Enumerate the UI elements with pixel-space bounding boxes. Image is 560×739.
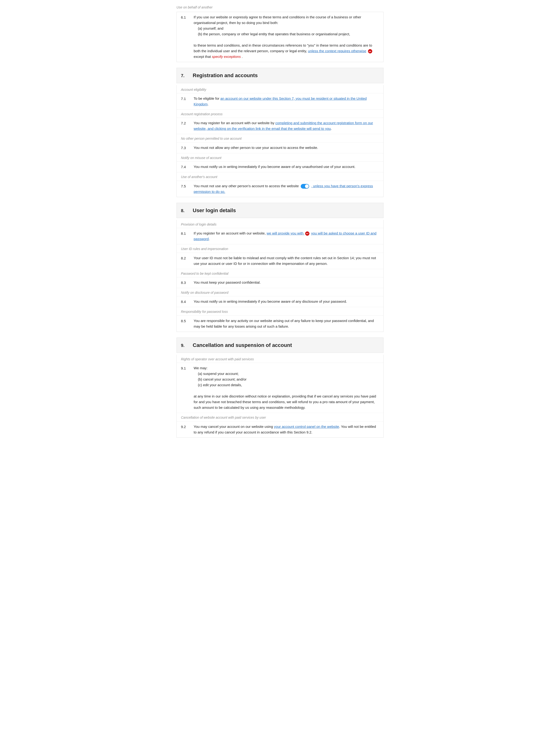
clause-9-1-item-c: (c) edit your account details,	[194, 382, 379, 388]
clause-8-1-period: .	[209, 237, 209, 241]
clause-7-3-row: 7.3 You must not allow any other person …	[177, 143, 383, 153]
clause-9-2-pre: You may cancel your account on our websi…	[194, 425, 274, 429]
clause-7-2-text: You may register for an account with our…	[194, 120, 379, 132]
clause-6-1-content: If you use our website or expressly agre…	[194, 14, 379, 59]
clause-7-5-text: You must not use any other person's acco…	[194, 183, 379, 194]
clause-9-1-intro: We may:	[194, 365, 379, 371]
clause-8-4-row: 8.4 You must notify us in writing immedi…	[177, 296, 383, 307]
clause-6-container: 6.1 If you use our website or expressly …	[176, 12, 384, 62]
clause-7-2-number: 7.2	[181, 120, 189, 132]
clause-8-3-row: 8.3 You must keep your password confiden…	[177, 277, 383, 288]
sub-heading-9-1: Rights of operator over account with pai…	[177, 355, 383, 363]
clause-7-1-pre: To be eligible for	[194, 97, 220, 101]
clause-6-1-item-b: (b) the person, company or other legal e…	[194, 31, 379, 37]
sub-heading-7-4: Notify on misuse of account	[177, 153, 383, 162]
clause-8-2-row: 8.2 Your user ID must not be liable to m…	[177, 253, 383, 269]
clause-7-2-end: .	[331, 127, 332, 131]
clause-9-2-row: 9.2 You may cancel your account on our w…	[177, 422, 383, 437]
clause-8-5-row: 8.5 You are responsible for any activity…	[177, 316, 383, 332]
clause-8-5-number: 8.5	[181, 318, 189, 329]
sub-heading-9-2: Cancellation of website account with pai…	[177, 413, 383, 421]
clause-7-4-number: 7.4	[181, 164, 189, 170]
use-on-behalf-heading: Use on behalf of another	[176, 5, 384, 10]
clause-8-5-text: You are responsible for any activity on …	[194, 318, 379, 329]
sub-heading-7-5: Use of another's account	[177, 172, 383, 181]
sub-heading-8-5: Responsibility for password loss	[177, 307, 383, 315]
clause-8-4-text: You must notify us in writing immediatel…	[194, 299, 379, 305]
toggle-thumb-7-5	[305, 184, 309, 188]
sub-heading-7-1: Account eligibility	[177, 85, 383, 93]
clause-9-2-text: You may cancel your account on our websi…	[194, 424, 379, 435]
clause-6-1-dot: .	[242, 54, 243, 58]
clause-7-5-before: You must not use any other person's acco…	[194, 184, 299, 188]
section-8-clauses: Provision of login details 8.1 If you re…	[176, 220, 384, 332]
clause-6-1-intro: If you use our website or expressly agre…	[194, 14, 379, 26]
sub-heading-8-1: Provision of login details	[177, 220, 383, 228]
section-7-clauses: Account eligibility 7.1 To be eligible f…	[176, 85, 384, 197]
section-8-number: 8.	[181, 207, 188, 214]
clause-9-1-item-b: (b) cancel your account; and/or	[194, 377, 379, 382]
section-7-title: Registration and accounts	[193, 71, 258, 80]
section-7-number: 7.	[181, 72, 188, 79]
clause-8-3-text: You must keep your password confidential…	[194, 280, 379, 286]
clause-7-1-text: To be eligible for an account on our web…	[194, 96, 379, 107]
sub-heading-8-2: User ID rules and impersonation	[177, 244, 383, 253]
sub-heading-8-3: Password to be kept confidential	[177, 269, 383, 277]
sub-heading-7-2: Account registration process	[177, 110, 383, 118]
clause-7-1-end: .	[207, 102, 208, 106]
clause-9-1-content: We may: (a) suspend your account; (b) ca…	[194, 365, 379, 410]
clause-6-1-continuation: to these terms and conditions, and in th…	[194, 42, 379, 59]
sub-heading-8-4: Notify on disclosure of password	[177, 288, 383, 296]
clause-8-4-number: 8.4	[181, 299, 189, 305]
clause-9-2-number: 9.2	[181, 424, 189, 435]
clause-8-2-text: Your user ID must not be liable to misle…	[194, 255, 379, 267]
section-9-title: Cancellation and suspension of account	[193, 341, 292, 349]
clause-9-1-number: 9.1	[181, 365, 189, 410]
clause-8-2-number: 8.2	[181, 255, 189, 267]
clause-6-1-number: 6.1	[181, 14, 189, 59]
section-7-header: 7. Registration and accounts	[176, 68, 384, 83]
sub-heading-7-3: No other person permitted to use account	[177, 134, 383, 142]
clause-6-1-item-a: (a) yourself; and	[194, 26, 379, 31]
toggle-track-7-5	[301, 184, 309, 189]
clause-7-3-number: 7.3	[181, 145, 189, 151]
section-9-header: 9. Cancellation and suspension of accoun…	[176, 337, 384, 353]
clause-6-1-except: except that	[194, 54, 212, 58]
clause-7-4-text: You must notify us in writing immediatel…	[194, 164, 379, 170]
clause-8-3-number: 8.3	[181, 280, 189, 286]
clause-6-1-italic-red: specify exceptions	[212, 54, 241, 58]
or-badge-6: or	[368, 49, 372, 53]
clause-9-1-continuation: at any time in our sole discretion witho…	[194, 394, 379, 410]
clause-9-2-blue: your account control panel on the websit…	[274, 425, 339, 429]
clause-9-1-row: 9.1 We may: (a) suspend your account; (b…	[177, 363, 383, 413]
or-badge-8-1: or	[305, 232, 309, 236]
clause-6-1-blue: unless the context requires otherwise	[308, 49, 366, 53]
section-8-header: 8. User login details	[176, 203, 384, 218]
clause-7-1-number: 7.1	[181, 96, 189, 107]
clause-7-2-pre: You may register for an account with our…	[194, 121, 275, 125]
section-9-clauses: Rights of operator over account with pai…	[176, 355, 384, 438]
toggle-switch-7-5[interactable]	[301, 184, 309, 189]
clause-6-1-row: 6.1 If you use our website or expressly …	[177, 12, 383, 62]
clause-7-2-row: 7.2 You may register for an account with…	[177, 118, 383, 134]
clause-7-5-row: 7.5 You must not use any other person's …	[177, 181, 383, 197]
clause-8-1-row: 8.1 If you register for an account with …	[177, 228, 383, 244]
clause-7-1-row: 7.1 To be eligible for an account on our…	[177, 93, 383, 110]
clause-8-1-text: If you register for an account with our …	[194, 231, 379, 242]
clause-7-3-text: You must not allow any other person to u…	[194, 145, 379, 151]
clause-8-1-blue: we will provide you with	[267, 231, 304, 235]
clause-7-4-row: 7.4 You must notify us in writing immedi…	[177, 162, 383, 172]
clause-8-1-before: If you register for an account with our …	[194, 231, 266, 235]
section-9-number: 9.	[181, 342, 188, 349]
clause-9-1-item-a: (a) suspend your account;	[194, 371, 379, 377]
section-8-title: User login details	[193, 206, 236, 214]
clause-8-1-number: 8.1	[181, 231, 189, 242]
clause-7-5-number: 7.5	[181, 183, 189, 194]
